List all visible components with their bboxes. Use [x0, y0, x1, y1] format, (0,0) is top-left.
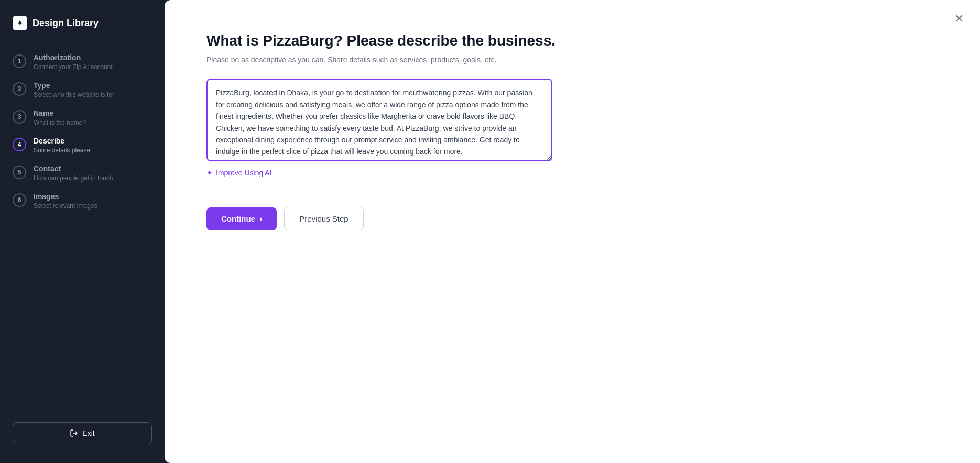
step-content-4: Describe Some details please — [34, 137, 90, 154]
step-subtitle-4: Some details please — [34, 147, 90, 154]
close-icon: ✕ — [954, 13, 964, 25]
improve-ai-button[interactable]: ✦ Improve Using AI — [206, 169, 272, 177]
step-title-3: Name — [34, 109, 86, 117]
sidebar-footer: Exit — [0, 414, 165, 453]
sidebar: ✦ Design Library 1 Authorization Connect… — [0, 0, 165, 463]
step-subtitle-3: What is the name? — [34, 119, 86, 126]
step-subtitle-5: How can people get in touch — [34, 174, 113, 182]
close-button[interactable]: ✕ — [951, 10, 967, 27]
main-content: ✕ What is PizzaBurg? Please describe the… — [165, 0, 980, 463]
prev-step-label: Previous Step — [299, 214, 348, 223]
exit-button[interactable]: Exit — [13, 422, 152, 444]
step-subtitle-1: Connect your Zip AI account — [34, 63, 113, 71]
button-row: Continue › Previous Step — [206, 207, 594, 230]
step-number-2: 2 — [13, 82, 26, 96]
sidebar-item-name[interactable]: 3 Name What is the name? — [0, 104, 165, 131]
step-number-1: 1 — [13, 54, 26, 68]
step-subtitle-6: Select relevant images — [34, 202, 97, 210]
step-content-1: Authorization Connect your Zip AI accoun… — [34, 53, 113, 71]
step-content-5: Contact How can people get in touch — [34, 164, 113, 182]
form-area: What is PizzaBurg? Please describe the b… — [165, 0, 636, 463]
step-subtitle-2: Select who this website is for — [34, 91, 114, 98]
exit-label: Exit — [82, 429, 94, 437]
wand-icon: ✦ — [206, 169, 213, 177]
divider — [206, 192, 552, 192]
previous-step-button[interactable]: Previous Step — [284, 207, 363, 230]
description-textarea[interactable] — [206, 79, 552, 161]
step-title-6: Images — [34, 192, 97, 201]
exit-icon — [70, 429, 78, 437]
step-title-4: Describe — [34, 137, 90, 145]
sidebar-item-authorization[interactable]: 1 Authorization Connect your Zip AI acco… — [0, 48, 165, 76]
continue-button[interactable]: Continue › — [206, 207, 277, 230]
sidebar-item-images[interactable]: 6 Images Select relevant images — [0, 187, 165, 215]
step-content-3: Name What is the name? — [34, 109, 86, 126]
step-number-5: 5 — [13, 166, 26, 179]
sidebar-header: ✦ Design Library — [0, 10, 165, 43]
sidebar-item-contact[interactable]: 5 Contact How can people get in touch — [0, 159, 165, 187]
logo-icon: ✦ — [13, 16, 27, 30]
chevron-right-icon: › — [259, 214, 262, 224]
step-title-1: Authorization — [34, 53, 113, 62]
improve-ai-label: Improve Using AI — [216, 169, 272, 177]
sidebar-steps: 1 Authorization Connect your Zip AI acco… — [0, 43, 165, 414]
form-subheading: Please be as descriptive as you can. Sha… — [206, 56, 594, 64]
step-content-2: Type Select who this website is for — [34, 81, 114, 98]
sidebar-item-type[interactable]: 2 Type Select who this website is for — [0, 76, 165, 104]
step-number-6: 6 — [13, 193, 26, 207]
step-title-2: Type — [34, 81, 114, 90]
continue-label: Continue — [221, 214, 255, 223]
step-number-4: 4 — [13, 138, 26, 151]
step-title-5: Contact — [34, 164, 113, 173]
sidebar-item-describe[interactable]: 4 Describe Some details please — [0, 131, 165, 159]
form-heading: What is PizzaBurg? Please describe the b… — [206, 31, 594, 50]
sidebar-title: Design Library — [32, 18, 99, 29]
step-content-6: Images Select relevant images — [34, 192, 97, 210]
step-number-3: 3 — [13, 110, 26, 124]
